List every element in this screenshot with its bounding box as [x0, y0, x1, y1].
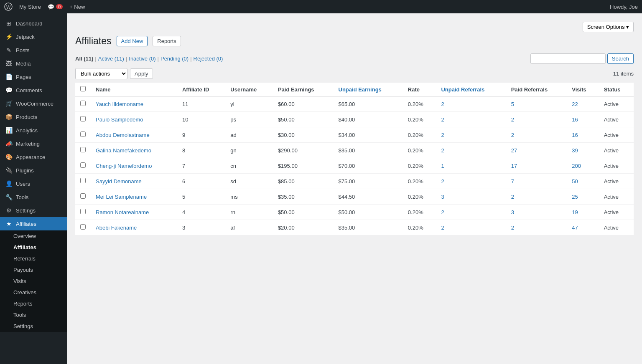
row-checkbox[interactable]	[80, 147, 86, 152]
sidebar-item-marketing[interactable]: 📣 Marketing	[0, 137, 67, 150]
row-paid-earnings: $50.00	[273, 205, 334, 220]
sidebar-item-users[interactable]: 👤 Users	[0, 177, 67, 190]
submenu-tools[interactable]: Tools	[0, 309, 67, 321]
visits-link[interactable]: 50	[572, 178, 578, 185]
reports-button[interactable]: Reports	[153, 36, 181, 46]
new-content-button[interactable]: + New	[69, 4, 85, 10]
row-checkbox[interactable]	[80, 224, 86, 230]
submenu-payouts[interactable]: Payouts	[0, 264, 67, 276]
affiliate-name-link[interactable]: Yauch Illdemoname	[96, 101, 143, 107]
submenu-referrals[interactable]: Referrals	[0, 253, 67, 264]
unpaid-referrals-link[interactable]: 2	[441, 101, 444, 107]
visits-link[interactable]: 47	[572, 225, 578, 231]
sidebar-item-woocommerce[interactable]: 🛒 WooCommerce	[0, 97, 67, 110]
row-unpaid-earnings: $35.00	[334, 220, 403, 235]
visits-link[interactable]: 22	[572, 101, 578, 107]
paid-referrals-link[interactable]: 2	[511, 225, 514, 231]
sidebar-item-label: Users	[16, 181, 30, 187]
submenu-overview[interactable]: Overview	[0, 230, 67, 242]
affiliate-name-link[interactable]: Abebi Fakename	[96, 225, 137, 231]
col-unpaid-referrals[interactable]: Unpaid Referrals	[436, 83, 506, 96]
select-all-checkbox[interactable]	[80, 86, 86, 91]
sidebar-item-tools[interactable]: 🔧 Tools	[0, 190, 67, 204]
affiliate-name-link[interactable]: Paulo Sampledemo	[96, 116, 143, 123]
store-name-button[interactable]: My Store	[19, 4, 41, 10]
sidebar-item-settings[interactable]: ⚙ Settings	[0, 204, 67, 217]
row-checkbox[interactable]	[80, 131, 86, 137]
row-paid-referrals: 17	[506, 158, 567, 174]
paid-referrals-link[interactable]: 27	[511, 147, 517, 154]
visits-link[interactable]: 39	[572, 147, 578, 154]
row-checkbox[interactable]	[80, 162, 86, 168]
visits-link[interactable]: 16	[572, 132, 578, 138]
row-checkbox[interactable]	[80, 101, 86, 106]
search-input[interactable]	[530, 53, 606, 64]
unpaid-referrals-link[interactable]: 3	[441, 194, 444, 200]
row-unpaid-earnings: $35.00	[334, 143, 403, 158]
affiliate-name-link[interactable]: Abdou Demolastname	[96, 132, 150, 138]
filter-active[interactable]: Active (11)	[98, 56, 124, 62]
paid-referrals-link[interactable]: 7	[511, 178, 514, 185]
submenu-affiliates[interactable]: Affiliates	[0, 242, 67, 253]
sidebar-item-products[interactable]: 📦 Products	[0, 110, 67, 124]
affiliate-name-link[interactable]: Sayyid Demoname	[96, 178, 142, 185]
col-unpaid-earnings[interactable]: Unpaid Earnings	[334, 83, 403, 96]
affiliate-name-link[interactable]: Galina Namefakedemo	[96, 147, 151, 154]
sidebar-item-plugins[interactable]: 🔌 Plugins	[0, 164, 67, 177]
screen-options-button[interactable]: Screen Options ▾	[583, 22, 634, 32]
visits-link[interactable]: 16	[572, 116, 578, 123]
sidebar-item-pages[interactable]: 📄 Pages	[0, 70, 67, 83]
bulk-actions-select[interactable]: Bulk actions	[75, 68, 127, 79]
row-status: Active	[599, 112, 634, 127]
visits-link[interactable]: 200	[572, 163, 581, 169]
row-checkbox[interactable]	[80, 116, 86, 121]
paid-referrals-link[interactable]: 5	[511, 101, 514, 107]
filter-inactive[interactable]: Inactive (0)	[129, 56, 155, 62]
unpaid-referrals-link[interactable]: 2	[441, 147, 444, 154]
submenu-settings[interactable]: Settings	[0, 321, 67, 332]
paid-referrals-link[interactable]: 3	[511, 209, 514, 215]
row-checkbox[interactable]	[80, 209, 86, 214]
unpaid-referrals-link[interactable]: 2	[441, 209, 444, 215]
unpaid-referrals-link[interactable]: 1	[441, 163, 444, 169]
comments-button[interactable]: 💬 0	[48, 4, 63, 10]
row-checkbox[interactable]	[80, 178, 86, 183]
submenu-reports[interactable]: Reports	[0, 298, 67, 309]
row-visits: 50	[567, 174, 599, 189]
affiliate-name-link[interactable]: Ramon Notarealname	[96, 209, 149, 215]
row-checkbox[interactable]	[80, 193, 86, 199]
paid-referrals-link[interactable]: 2	[511, 132, 514, 138]
submenu-creatives[interactable]: Creatives	[0, 287, 67, 298]
unpaid-referrals-link[interactable]: 2	[441, 116, 444, 123]
visits-link[interactable]: 25	[572, 194, 578, 200]
submenu-visits[interactable]: Visits	[0, 276, 67, 287]
filter-pending[interactable]: Pending (0)	[160, 56, 189, 62]
row-name: Ramon Notarealname	[91, 205, 177, 220]
sidebar-item-dashboard[interactable]: ⊞ Dashboard	[0, 17, 67, 30]
paid-referrals-link[interactable]: 2	[511, 116, 514, 123]
table-row: Abebi Fakename 3 af $20.00 $35.00 0.20% …	[75, 220, 634, 235]
unpaid-referrals-link[interactable]: 2	[441, 132, 444, 138]
visits-link[interactable]: 19	[572, 209, 578, 215]
sidebar-item-jetpack[interactable]: ⚡ Jetpack	[0, 30, 67, 43]
add-new-button[interactable]: Add New	[117, 36, 148, 46]
sidebar-item-posts[interactable]: ✎ Posts	[0, 43, 67, 57]
search-button[interactable]: Search	[607, 53, 634, 64]
sidebar-item-appearance[interactable]: 🎨 Appearance	[0, 150, 67, 164]
unpaid-referrals-link[interactable]: 2	[441, 178, 444, 185]
paid-referrals-link[interactable]: 2	[511, 194, 514, 200]
wp-logo-button[interactable]: W	[4, 3, 13, 11]
row-username: yi	[225, 96, 273, 112]
row-rate: 0.20%	[403, 158, 436, 174]
sidebar-item-comments[interactable]: 💬 Comments	[0, 83, 67, 97]
sidebar-item-media[interactable]: 🖼 Media	[0, 57, 67, 70]
filter-rejected[interactable]: Rejected (0)	[194, 56, 223, 62]
unpaid-referrals-link[interactable]: 2	[441, 225, 444, 231]
sidebar-item-analytics[interactable]: 📊 Analytics	[0, 124, 67, 137]
apply-button[interactable]: Apply	[130, 68, 153, 79]
paid-referrals-link[interactable]: 17	[511, 163, 517, 169]
affiliate-name-link[interactable]: Cheng-ji Namefordemo	[96, 163, 152, 169]
sidebar-item-affiliates[interactable]: ★ Affiliates	[0, 217, 67, 230]
filter-all[interactable]: All (11)	[75, 56, 93, 62]
affiliate-name-link[interactable]: Mei Lei Samplename	[96, 194, 147, 200]
